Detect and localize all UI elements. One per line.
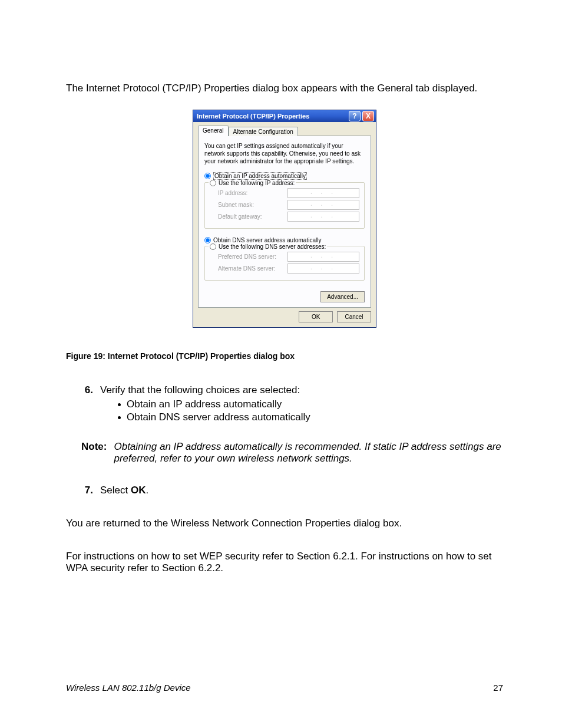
advanced-button[interactable]: Advanced... — [320, 291, 365, 302]
figure-caption: Figure 19: Internet Protocol (TCP/IP) Pr… — [66, 351, 503, 361]
radio-obtain-dns[interactable]: Obtain DNS server address automatically — [204, 237, 365, 243]
label-alt-dns: Alternate DNS server: — [218, 265, 275, 272]
step-6-number: 6. — [81, 384, 93, 396]
dialog-figure: Internet Protocol (TCP/IP) Properties ? … — [193, 110, 376, 328]
radio-obtain-ip-label: Obtain an IP address automatically — [213, 172, 307, 180]
note-label: Note: — [81, 441, 107, 465]
close-icon[interactable]: X — [362, 111, 374, 121]
cancel-button[interactable]: Cancel — [337, 311, 371, 322]
radio-use-dns[interactable]: Use the following DNS server addresses: — [209, 243, 327, 250]
input-gateway[interactable]: . . . — [287, 212, 359, 222]
radio-obtain-dns-label: Obtain DNS server address automatically — [213, 237, 321, 243]
radio-obtain-dns-input[interactable] — [204, 237, 211, 243]
bullet-1: Obtain an IP address automatically — [127, 398, 282, 410]
tab-general[interactable]: General — [198, 126, 229, 136]
radio-use-dns-label: Use the following DNS server addresses: — [219, 243, 326, 250]
radio-obtain-ip-input[interactable] — [204, 173, 211, 179]
tab-alternate[interactable]: Alternate Configuration — [229, 127, 298, 136]
footer-title: Wireless LAN 802.11b/g Device — [66, 683, 191, 693]
label-ip-address: IP address: — [218, 190, 247, 196]
title-bar: Internet Protocol (TCP/IP) Properties ? … — [193, 110, 376, 122]
label-pref-dns: Preferred DNS server: — [218, 253, 276, 260]
label-gateway: Default gateway: — [218, 213, 262, 220]
bullet-icon — [118, 403, 121, 406]
help-icon[interactable]: ? — [349, 111, 361, 121]
step-7-text: Select OK. — [100, 485, 148, 496]
input-subnet[interactable]: . . . — [287, 200, 359, 210]
label-subnet: Subnet mask: — [218, 202, 254, 208]
instructions-para: For instructions on how to set WEP secur… — [66, 551, 503, 574]
ok-button[interactable]: OK — [299, 311, 333, 322]
radio-use-ip[interactable]: Use the following IP address: — [209, 180, 296, 186]
intro-text: The Internet Protocol (TCP/IP) Propertie… — [66, 83, 503, 94]
input-alt-dns[interactable]: . . . — [287, 263, 359, 274]
bullet-2: Obtain DNS server address automatically — [127, 411, 310, 423]
radio-obtain-ip[interactable]: Obtain an IP address automatically — [204, 172, 365, 180]
step-6-text: Verify that the following choices are se… — [100, 384, 300, 396]
bullet-icon — [118, 416, 121, 419]
radio-use-ip-label: Use the following IP address: — [219, 180, 295, 186]
step-7-number: 7. — [81, 485, 93, 496]
input-ip-address[interactable]: . . . — [287, 188, 359, 198]
radio-use-ip-input[interactable] — [210, 180, 216, 186]
dialog-description: You can get IP settings assigned automat… — [204, 142, 365, 165]
input-pref-dns[interactable]: . . . — [287, 252, 359, 262]
dialog-title: Internet Protocol (TCP/IP) Properties — [197, 113, 309, 120]
note-text: Obtaining an IP address automatically is… — [114, 441, 503, 465]
radio-use-dns-input[interactable] — [210, 243, 216, 250]
tcpip-dialog: Internet Protocol (TCP/IP) Properties ? … — [193, 110, 376, 328]
page-number: 27 — [493, 683, 503, 693]
return-para: You are returned to the Wireless Network… — [66, 518, 503, 529]
